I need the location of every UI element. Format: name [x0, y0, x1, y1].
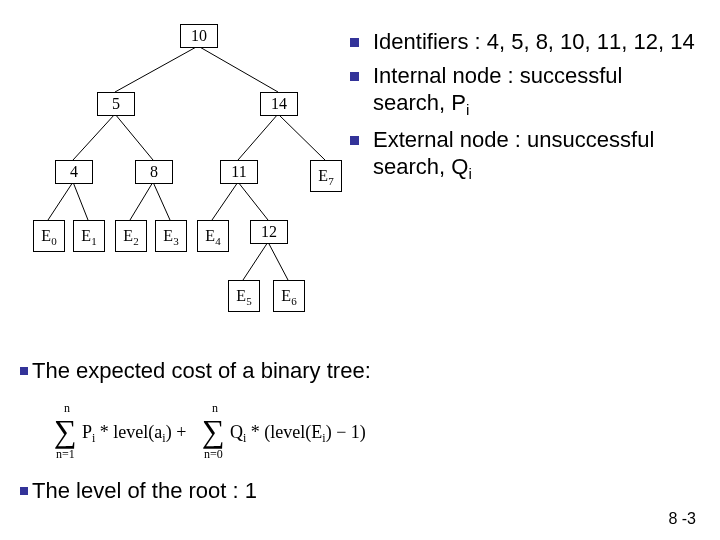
bullet-text: Internal node : successful search, Pi: [373, 62, 700, 120]
bullet-external-node: External node : unsuccessful search, Qi: [350, 126, 700, 184]
leaf-label: E: [281, 287, 291, 304]
node-14: 14: [260, 92, 298, 116]
node-11: 11: [220, 160, 258, 184]
leaf-e3: E3: [155, 220, 187, 252]
leaf-e4: E4: [197, 220, 229, 252]
node-label: 10: [191, 27, 207, 44]
node-label: 11: [231, 163, 246, 180]
leaf-e7: E7: [310, 160, 342, 192]
svg-line-8: [130, 182, 153, 220]
square-bullet-icon: [350, 72, 359, 81]
node-label: 5: [112, 95, 120, 112]
svg-line-10: [212, 182, 238, 220]
node-5: 5: [97, 92, 135, 116]
leaf-e6: E6: [273, 280, 305, 312]
leaf-label: E: [236, 287, 246, 304]
square-bullet-icon: [350, 38, 359, 47]
svg-line-2: [73, 114, 115, 160]
leaf-sub: 1: [91, 235, 97, 247]
node-label: 8: [150, 163, 158, 180]
svg-line-12: [243, 242, 268, 280]
bullet-internal-node: Internal node : successful search, Pi: [350, 62, 700, 120]
svg-text:Qi * (level(Ei) − 1): Qi * (level(Ei) − 1): [230, 422, 366, 445]
bullet-text: External node : unsuccessful search, Qi: [373, 126, 700, 184]
leaf-label: E: [81, 227, 91, 244]
svg-line-0: [115, 46, 198, 92]
svg-text:∑: ∑: [54, 413, 77, 449]
svg-line-9: [153, 182, 170, 220]
leaf-sub: 5: [246, 295, 252, 307]
bullet-text: The expected cost of a binary tree:: [32, 358, 371, 383]
formula-expected-cost: n ∑ n=1 Pi * level(ai) + n ∑ n=0 Qi * (l…: [50, 398, 390, 468]
bullet-subscript: i: [466, 101, 469, 118]
right-bullet-list: Identifiers : 4, 5, 8, 10, 11, 12, 14 In…: [350, 28, 700, 190]
svg-text:Pi * level(ai) +: Pi * level(ai) +: [82, 422, 186, 445]
leaf-e5: E5: [228, 280, 260, 312]
leaf-e1: E1: [73, 220, 105, 252]
tree-diagram: 10 5 14 4 8 11 12 E0 E1 E2 E3 E4 E7 E5 E…: [30, 20, 360, 340]
bullet-root-level: The level of the root : 1: [20, 478, 700, 504]
bullet-text: The level of the root : 1: [32, 478, 257, 503]
bullet-subscript: i: [468, 166, 471, 183]
leaf-sub: 2: [133, 235, 139, 247]
leaf-sub: 6: [291, 295, 297, 307]
leaf-e0: E0: [33, 220, 65, 252]
slide: 10 5 14 4 8 11 12 E0 E1 E2 E3 E4 E7 E5 E…: [0, 0, 720, 540]
svg-text:∑: ∑: [202, 413, 225, 449]
svg-line-7: [73, 182, 88, 220]
node-12: 12: [250, 220, 288, 244]
svg-text:n=0: n=0: [204, 447, 223, 461]
node-label: 14: [271, 95, 287, 112]
node-label: 12: [261, 223, 277, 240]
node-4: 4: [55, 160, 93, 184]
leaf-sub: 7: [328, 175, 334, 187]
bullet-identifiers: Identifiers : 4, 5, 8, 10, 11, 12, 14: [350, 28, 700, 56]
node-8: 8: [135, 160, 173, 184]
leaf-label: E: [41, 227, 51, 244]
svg-line-1: [198, 46, 278, 92]
leaf-sub: 0: [51, 235, 57, 247]
svg-text:n=1: n=1: [56, 447, 75, 461]
svg-line-11: [238, 182, 268, 220]
svg-line-4: [238, 114, 278, 160]
leaf-label: E: [318, 167, 328, 184]
bullet-text-part: External node : unsuccessful search, Q: [373, 127, 654, 180]
leaf-sub: 4: [215, 235, 221, 247]
bullet-text: Identifiers : 4, 5, 8, 10, 11, 12, 14: [373, 28, 700, 56]
leaf-sub: 3: [173, 235, 179, 247]
square-bullet-icon: [350, 136, 359, 145]
svg-line-3: [115, 114, 153, 160]
bullet-expected-cost: The expected cost of a binary tree:: [20, 358, 700, 384]
bullet-text-part: Internal node : successful search, P: [373, 63, 622, 116]
leaf-label: E: [163, 227, 173, 244]
svg-line-6: [48, 182, 73, 220]
svg-line-5: [278, 114, 325, 160]
leaf-label: E: [205, 227, 215, 244]
leaf-label: E: [123, 227, 133, 244]
page-number: 8 -3: [668, 510, 696, 528]
formula-svg: n ∑ n=1 Pi * level(ai) + n ∑ n=0 Qi * (l…: [50, 398, 390, 468]
svg-line-13: [268, 242, 288, 280]
node-label: 4: [70, 163, 78, 180]
square-bullet-icon: [20, 367, 28, 375]
node-10: 10: [180, 24, 218, 48]
leaf-e2: E2: [115, 220, 147, 252]
square-bullet-icon: [20, 487, 28, 495]
